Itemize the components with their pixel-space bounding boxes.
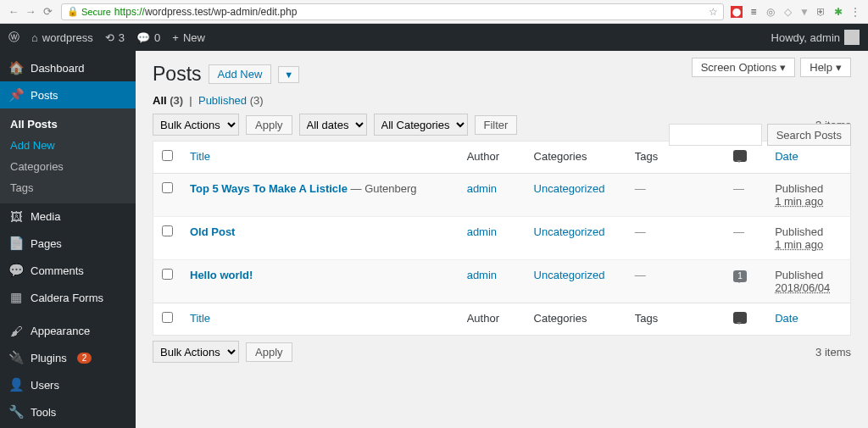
admin-sidebar: 🏠Dashboard 📌Posts All Posts Add New Cate… xyxy=(0,51,136,428)
submenu-tags[interactable]: Tags xyxy=(0,177,136,198)
updates-link[interactable]: ⟲3 xyxy=(105,31,125,44)
lock-icon: 🔒 Secure xyxy=(67,6,111,17)
content-area: Screen Options▾ Help▾ Posts Add New ▼ Al… xyxy=(136,51,868,428)
menu-pages[interactable]: 📄Pages xyxy=(0,230,136,257)
comment-icon xyxy=(733,312,747,324)
extension-icon[interactable]: ◎ xyxy=(765,6,776,18)
shield-icon[interactable]: ⛨ xyxy=(815,6,827,18)
dashboard-icon: 🏠 xyxy=(8,60,24,75)
menu-posts[interactable]: 📌Posts xyxy=(0,81,136,108)
wordpress-icon: ⓦ xyxy=(8,30,19,45)
col-author: Author xyxy=(459,303,526,336)
menu-media[interactable]: 🖼Media xyxy=(0,203,136,230)
select-all-checkbox[interactable] xyxy=(162,312,173,323)
menu-tools[interactable]: 🔧Tools xyxy=(0,398,136,425)
col-author: Author xyxy=(459,142,526,174)
author-link[interactable]: admin xyxy=(467,225,497,238)
forward-icon[interactable]: → xyxy=(24,5,37,18)
row-checkbox[interactable] xyxy=(162,182,173,193)
menu-dashboard[interactable]: 🏠Dashboard xyxy=(0,54,136,81)
category-link[interactable]: Uncategorized xyxy=(534,225,605,238)
col-categories: Categories xyxy=(526,142,626,174)
url-protocol: https:// xyxy=(114,6,145,18)
category-link[interactable]: Uncategorized xyxy=(534,269,605,281)
col-title[interactable]: Title xyxy=(190,312,210,325)
comments-link[interactable]: 💬0 xyxy=(136,31,160,44)
forms-icon: ▦ xyxy=(8,290,24,305)
col-date[interactable]: Date xyxy=(775,312,798,325)
wp-logo[interactable]: ⓦ xyxy=(8,30,19,45)
refresh-icon: ⟲ xyxy=(105,31,114,44)
post-title-link[interactable]: Top 5 Ways To Make A Listicle xyxy=(190,182,348,195)
no-tags: — xyxy=(635,225,646,238)
view-filters: All (3) | Published (3) xyxy=(153,94,851,107)
author-link[interactable]: admin xyxy=(467,182,497,195)
submenu-all-posts[interactable]: All Posts xyxy=(0,114,136,135)
new-content[interactable]: +New xyxy=(172,31,205,44)
extension-icon[interactable]: ✱ xyxy=(832,6,844,18)
filter-published[interactable]: Published (3) xyxy=(198,94,264,107)
col-date[interactable]: Date xyxy=(775,150,798,163)
no-comments: — xyxy=(733,225,744,238)
post-title-link[interactable]: Hello world! xyxy=(190,269,253,281)
user-menu[interactable]: Howdy, admin xyxy=(771,30,860,45)
extension-icon[interactable]: ⬤ xyxy=(731,6,743,18)
submenu-posts: All Posts Add New Categories Tags xyxy=(0,108,136,203)
back-icon[interactable]: ← xyxy=(7,5,20,18)
extension-icon[interactable]: ▼ xyxy=(798,6,810,18)
add-new-button[interactable]: Add New xyxy=(209,64,272,84)
menu-icon[interactable]: ⋮ xyxy=(849,6,861,18)
author-link[interactable]: admin xyxy=(467,269,497,281)
post-date: Published1 min ago xyxy=(766,174,850,217)
category-filter-select[interactable]: All Categories xyxy=(374,114,468,136)
wrench-icon: 🔧 xyxy=(8,404,24,420)
url-bar[interactable]: 🔒 Secure https://wordpress.test/wp-admin… xyxy=(61,3,724,20)
menu-users[interactable]: 👤Users xyxy=(0,371,136,398)
menu-comments[interactable]: 💬Comments xyxy=(0,257,136,284)
filter-all[interactable]: All (3) xyxy=(153,94,183,107)
table-row: Top 5 Ways To Make A Listicle — Gutenber… xyxy=(153,174,851,217)
chevron-down-icon: ▾ xyxy=(836,61,842,74)
col-comments xyxy=(725,142,766,174)
site-name[interactable]: ⌂wordpress xyxy=(31,31,93,44)
search-button[interactable]: Search Posts xyxy=(767,124,851,146)
post-state: — Gutenberg xyxy=(348,182,417,195)
col-tags: Tags xyxy=(626,303,725,336)
add-new-dropdown[interactable]: ▼ xyxy=(278,66,299,83)
submenu-add-new[interactable]: Add New xyxy=(0,135,136,156)
col-tags: Tags xyxy=(626,142,725,174)
col-categories: Categories xyxy=(526,303,626,336)
bulk-actions-select[interactable]: Bulk Actions xyxy=(153,341,239,363)
date-filter-select[interactable]: All dates xyxy=(299,114,367,136)
screen-options-button[interactable]: Screen Options▾ xyxy=(692,58,796,77)
help-button[interactable]: Help▾ xyxy=(800,58,851,77)
no-comments: — xyxy=(733,182,744,195)
post-title-link[interactable]: Old Post xyxy=(190,225,235,238)
plus-icon: + xyxy=(172,31,179,44)
extension-icon[interactable]: ◇ xyxy=(782,6,793,18)
buffer-icon[interactable]: ≡ xyxy=(748,6,760,18)
category-link[interactable]: Uncategorized xyxy=(534,182,605,195)
filter-button[interactable]: Filter xyxy=(475,115,518,135)
table-row: Old PostadminUncategorized——Published1 m… xyxy=(153,217,851,260)
col-title[interactable]: Title xyxy=(190,150,210,163)
plugin-icon: 🔌 xyxy=(8,350,24,365)
reload-icon[interactable]: ⟳ xyxy=(41,5,54,18)
apply-button[interactable]: Apply xyxy=(246,342,292,362)
row-checkbox[interactable] xyxy=(162,269,173,280)
menu-caldera-forms[interactable]: ▦Caldera Forms xyxy=(0,284,136,311)
star-icon[interactable]: ☆ xyxy=(709,6,718,18)
submenu-categories[interactable]: Categories xyxy=(0,156,136,177)
menu-plugins[interactable]: 🔌Plugins2 xyxy=(0,344,136,371)
search-input[interactable] xyxy=(669,124,762,146)
row-checkbox[interactable] xyxy=(162,225,173,236)
avatar xyxy=(844,30,860,45)
table-row: Hello world!adminUncategorized—1Publishe… xyxy=(153,260,851,303)
select-all-checkbox[interactable] xyxy=(162,150,173,161)
col-comments xyxy=(725,303,766,336)
pin-icon: 📌 xyxy=(8,87,24,103)
bulk-actions-select[interactable]: Bulk Actions xyxy=(153,114,239,136)
menu-appearance[interactable]: 🖌Appearance xyxy=(0,318,136,344)
apply-button[interactable]: Apply xyxy=(246,115,292,135)
comment-count-bubble[interactable]: 1 xyxy=(733,270,747,282)
